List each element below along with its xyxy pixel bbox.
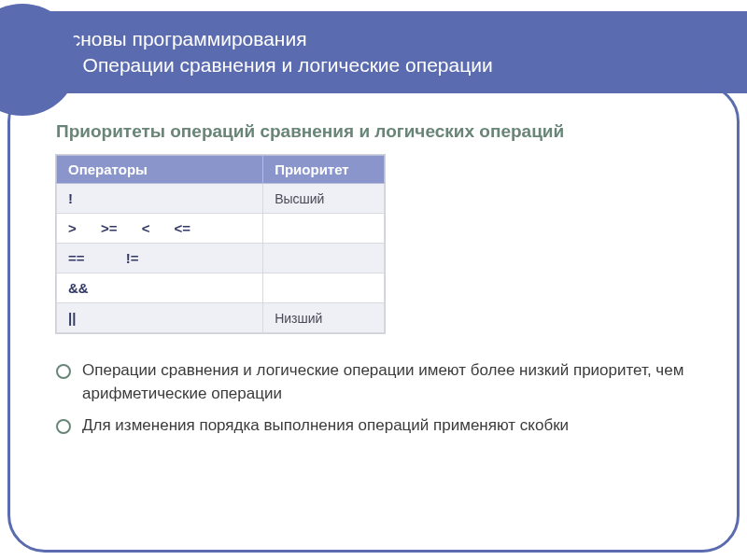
bullet-item: Для изменения порядка выполнения операци… — [56, 414, 691, 438]
slide-content: Приоритеты операций сравнения и логическ… — [56, 121, 691, 447]
cell-op: == != — [57, 244, 263, 273]
cell-op: && — [57, 273, 263, 303]
table-row: == != — [57, 244, 385, 273]
subtitle: Приоритеты операций сравнения и логическ… — [56, 121, 691, 142]
cell-prio — [263, 214, 385, 244]
header-line-1: 3. Основы программирования — [34, 26, 747, 52]
cell-prio: Низший — [263, 303, 385, 333]
table-row: ! Высший — [57, 184, 385, 214]
cell-op: ! — [57, 184, 263, 214]
table-row: || Низший — [57, 303, 385, 333]
table-row: && — [57, 273, 385, 303]
cell-prio — [263, 244, 385, 273]
cell-op: > >= < <= — [57, 214, 263, 244]
cell-prio — [263, 273, 385, 303]
cell-op: || — [57, 303, 263, 333]
bullet-list: Операции сравнения и логические операции… — [56, 359, 691, 438]
cell-prio: Высший — [263, 184, 385, 214]
th-priority: Приоритет — [263, 156, 385, 184]
priority-table: Операторы Приоритет ! Высший > >= < <= — [56, 155, 385, 333]
table-row: > >= < <= — [57, 214, 385, 244]
header-line-2: 3.18. Операции сравнения и логические оп… — [34, 52, 747, 78]
bullet-item: Операции сравнения и логические операции… — [56, 359, 691, 405]
slide-header: 3. Основы программирования 3.18. Операци… — [0, 11, 747, 93]
th-operators: Операторы — [57, 156, 263, 184]
